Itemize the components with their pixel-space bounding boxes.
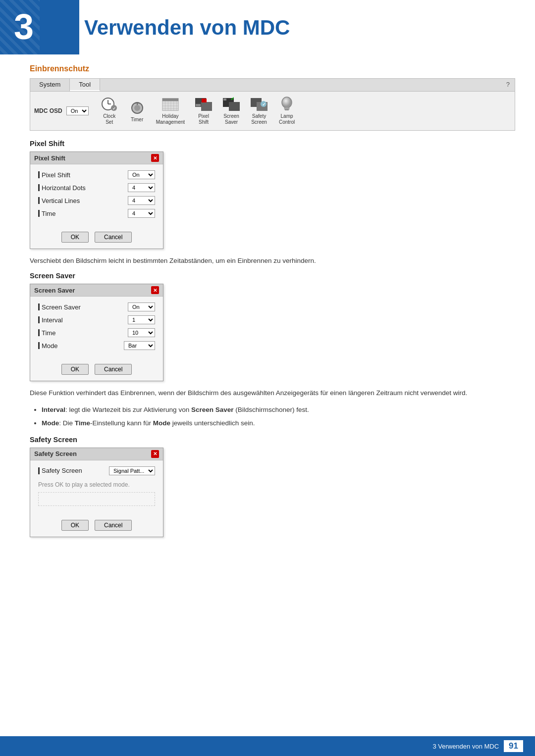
toolbar-lamp-control[interactable]: LampControl xyxy=(274,95,300,127)
pixel-shift-dialog: Pixel Shift ✕ Pixel Shift OnOff xyxy=(30,151,163,249)
svg-text:✓: ✓ xyxy=(262,102,266,107)
vertical-lines-field-label: Vertical Lines xyxy=(42,197,80,204)
bullet-mode-text2: -Einstellung kann für xyxy=(90,419,153,427)
screen-saver-label-1: Interval xyxy=(38,316,63,324)
svg-line-9 xyxy=(138,103,139,103)
pixel-shift-row-0: Pixel Shift OnOff xyxy=(38,170,155,179)
svg-point-32 xyxy=(282,97,292,108)
interval-select[interactable]: 125 xyxy=(128,315,155,324)
screen-saver-close-button[interactable]: ✕ xyxy=(151,286,159,294)
main-content: Einbrennschutz System Tool ? MDC OSD On … xyxy=(30,64,515,544)
bullet-interval-text: : legt die Wartezeit bis zur Aktivierung… xyxy=(65,406,191,413)
safety-screen-dialog-body: Safety Screen Signal Patt...Scrolling Ba… xyxy=(30,460,163,516)
lamp-control-label: LampControl xyxy=(279,113,295,125)
safety-screen-icon: ✓ xyxy=(250,97,268,112)
time-select[interactable]: 426 xyxy=(128,209,155,218)
pixel-shift-dialog-footer: OK Cancel xyxy=(30,228,163,249)
footer-text: 3 Verwenden von MDC xyxy=(432,743,499,750)
screen-saver-label-2: Time xyxy=(38,329,55,337)
timer-icon xyxy=(128,100,146,116)
tab-tool[interactable]: Tool xyxy=(70,79,100,91)
screen-saver-title-bar: Screen Saver ✕ xyxy=(30,284,163,297)
vertical-lines-select[interactable]: 426 xyxy=(128,196,155,205)
tab-system[interactable]: System xyxy=(30,79,70,91)
svg-point-6 xyxy=(134,105,140,111)
safety-screen-dialog-title: Safety Screen xyxy=(34,450,77,457)
screen-saver-label: ScreenSaver xyxy=(223,113,239,125)
page-title: Verwenden von MDC xyxy=(84,16,290,40)
label-bar xyxy=(38,342,40,349)
safety-screen-title-bar: Safety Screen ✕ xyxy=(30,448,163,460)
svg-rect-23 xyxy=(196,104,201,106)
timer-label: Timer xyxy=(131,117,143,122)
toolbar-pixel-shift[interactable]: PixelShift xyxy=(191,95,216,127)
pixel-shift-row-1: Horizontal Dots 426 xyxy=(38,183,155,192)
screen-saver-icon: ✓ xyxy=(222,97,240,112)
pixel-shift-label-1: Horizontal Dots xyxy=(38,184,86,192)
screen-saver-cancel-button[interactable]: Cancel xyxy=(95,364,132,375)
mdc-osd-select[interactable]: On Off xyxy=(66,106,89,115)
mode-field-label: Mode xyxy=(42,342,58,350)
screen-saver-dialog-body: Screen Saver OnOff Interval 125 xyxy=(30,297,163,360)
mdc-toolbar: MDC OSD On Off ✓ ClockSet xyxy=(30,92,515,130)
lamp-control-icon xyxy=(278,97,296,112)
toolbar-screen-saver[interactable]: ✓ ScreenSaver xyxy=(218,95,244,127)
screen-saver-field-label: Screen Saver xyxy=(42,303,81,311)
holiday-label: HolidayManagement xyxy=(156,113,185,125)
safety-screen-cancel-button[interactable]: Cancel xyxy=(95,520,132,531)
header-blue-bar xyxy=(0,0,79,54)
bullet-mode-text: : Die xyxy=(59,419,75,427)
screen-saver-value-select[interactable]: OnOff xyxy=(128,302,155,311)
safety-screen-value-select[interactable]: Signal Patt...Scrolling BarFade In xyxy=(109,466,155,475)
pixel-shift-row-2: Vertical Lines 426 xyxy=(38,196,155,205)
holiday-icon xyxy=(161,97,179,112)
svg-rect-11 xyxy=(162,99,178,101)
bullet-interval-text2: (Bildschirmschoner) fest. xyxy=(233,406,309,413)
screen-saver-ok-button[interactable]: OK xyxy=(61,364,89,375)
pixel-shift-ok-button[interactable]: OK xyxy=(61,232,89,243)
pixel-shift-icon xyxy=(195,97,213,112)
label-bar xyxy=(38,171,40,178)
pixel-shift-label-0: Pixel Shift xyxy=(38,171,70,179)
horizontal-dots-select[interactable]: 426 xyxy=(128,183,155,192)
mode-select[interactable]: BarEraserPixel xyxy=(124,341,155,350)
screen-saver-dialog-footer: OK Cancel xyxy=(30,360,163,381)
pixel-shift-close-button[interactable]: ✕ xyxy=(151,154,159,162)
chapter-number: 3 xyxy=(14,9,34,45)
screen-saver-row-0: Screen Saver OnOff xyxy=(38,302,155,311)
help-icon[interactable]: ? xyxy=(501,79,515,91)
label-bar xyxy=(38,184,40,191)
safety-screen-preview-area xyxy=(38,492,155,506)
screen-saver-bullet-list: Interval: legt die Wartezeit bis zur Akt… xyxy=(42,404,515,429)
safety-screen-close-button[interactable]: ✕ xyxy=(151,450,159,458)
safety-screen-row-0: Safety Screen Signal Patt...Scrolling Ba… xyxy=(38,466,155,475)
safety-screen-field-label: Safety Screen xyxy=(42,467,82,474)
time-ss-field-label: Time xyxy=(42,329,55,337)
mdc-panel: System Tool ? MDC OSD On Off ✓ xyxy=(30,78,515,131)
bullet-mode-text3: jeweils unterschiedlich sein. xyxy=(170,419,255,427)
label-bar xyxy=(38,197,40,204)
toolbar-clock-set[interactable]: ✓ ClockSet xyxy=(97,95,122,127)
svg-text:✓: ✓ xyxy=(230,97,234,101)
label-bar xyxy=(38,467,40,474)
footer-page-number: 91 xyxy=(504,740,523,752)
safety-screen-label: SafetyScreen xyxy=(251,113,267,125)
screen-saver-dialog: Screen Saver ✕ Screen Saver OnOff Interv… xyxy=(30,284,163,381)
pixel-shift-cancel-button[interactable]: Cancel xyxy=(95,232,132,243)
label-bar xyxy=(38,329,40,336)
horizontal-dots-field-label: Horizontal Dots xyxy=(42,184,86,192)
mdc-tab-bar: System Tool ? xyxy=(30,79,515,92)
toolbar-timer[interactable]: Timer xyxy=(124,98,150,124)
clock-set-label: ClockSet xyxy=(103,113,115,125)
safety-screen-ok-button[interactable]: OK xyxy=(61,520,89,531)
pixel-shift-dialog-body: Pixel Shift OnOff Horizontal Dots 426 xyxy=(30,164,163,228)
pixel-shift-field-label: Pixel Shift xyxy=(42,171,70,179)
label-bar xyxy=(38,316,40,323)
time-ss-select[interactable]: 10520 xyxy=(128,328,155,337)
toolbar-safety-screen[interactable]: ✓ SafetyScreen xyxy=(246,95,272,127)
toolbar-holiday[interactable]: HolidayManagement xyxy=(152,95,189,127)
pixel-shift-dialog-title: Pixel Shift xyxy=(34,154,65,162)
screen-saver-label-3: Mode xyxy=(38,342,58,350)
interval-field-label: Interval xyxy=(42,316,63,324)
pixel-shift-value-select[interactable]: OnOff xyxy=(128,170,155,179)
